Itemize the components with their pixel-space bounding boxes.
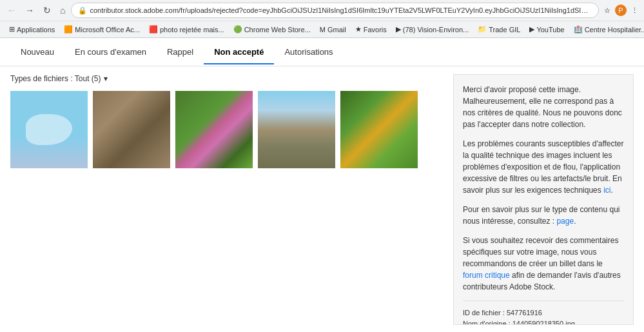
- bookmark-vision[interactable]: ▶ (78) Vision-Environ...: [392, 24, 473, 35]
- bookmark-office-label: Microsoft Office Ac...: [75, 26, 140, 34]
- youtube-icon: ▶: [529, 25, 534, 34]
- file-id-row: ID de fichier : 547761916: [463, 308, 624, 318]
- image-thumb-2[interactable]: [93, 91, 170, 168]
- tab-autorisations[interactable]: Autorisations: [274, 39, 343, 64]
- panel-quality-issues: Les problèmes courants susceptibles d'af…: [463, 138, 624, 196]
- folder-icon: 📁: [478, 25, 487, 34]
- bookmark-trade[interactable]: 📁 Trade GIL: [474, 24, 524, 35]
- image-thumb-3[interactable]: [175, 91, 253, 168]
- right-panel: Merci d'avoir proposé cette image. Malhe…: [453, 74, 634, 325]
- extension-icon[interactable]: P: [615, 5, 627, 16]
- file-id-label: ID de fichier :: [463, 309, 505, 317]
- hospital-icon: 🏥: [574, 25, 583, 34]
- image-flowers: [175, 91, 253, 168]
- filter-label: Types de fichiers : Tout (5): [10, 74, 101, 83]
- bookmark-favoris-label: Favoris: [364, 26, 387, 34]
- bookmark-applications[interactable]: ⊞ Applications: [5, 24, 59, 35]
- forward-button[interactable]: →: [22, 4, 37, 17]
- bookmark-favoris[interactable]: ★ Favoris: [351, 24, 391, 35]
- bookmark-office[interactable]: 🟧 Microsoft Office Ac...: [60, 24, 144, 35]
- tab-nouveau[interactable]: Nouveau: [10, 39, 64, 64]
- nav-bar: ← → ↻ ⌂ 🔒 contributor.stock.adobe.com/fr…: [0, 0, 644, 21]
- bookmark-youtube[interactable]: ▶ YouTube: [525, 24, 568, 35]
- bookmark-chrome-store-label: Chrome Web Store...: [244, 26, 311, 34]
- bookmark-photo[interactable]: 🟥 photo rejetée mais...: [145, 24, 228, 35]
- vision-icon: ▶: [396, 25, 401, 34]
- browser-chrome: ← → ↻ ⌂ 🔒 contributor.stock.adobe.com/fr…: [0, 0, 644, 38]
- image-rocks: [258, 91, 335, 168]
- tab-rappel[interactable]: Rappel: [157, 39, 204, 64]
- image-plants: [340, 91, 418, 168]
- bookmark-gmail-label: Gmail: [327, 26, 346, 34]
- file-name-row: Nom d'origine : 1440590218350.jpg: [463, 318, 624, 326]
- back-button[interactable]: ←: [4, 4, 19, 17]
- technical-requirements-link[interactable]: ici: [603, 186, 610, 195]
- browser-icons-group: ☆ P ⋮: [601, 5, 640, 16]
- left-content: Types de fichiers : Tout (5) ▾: [10, 74, 453, 325]
- filter-bar: Types de fichiers : Tout (5) ▾: [10, 74, 453, 83]
- panel-content-type: Pour en savoir plus sur le type de conte…: [463, 204, 624, 227]
- chrome-icon: 🟢: [233, 25, 242, 34]
- bookmark-star-icon[interactable]: ☆: [601, 5, 613, 16]
- file-id-value: 547761916: [507, 309, 542, 317]
- file-type-filter[interactable]: Types de fichiers : Tout (5) ▾: [10, 74, 108, 83]
- office-icon: 🟧: [64, 25, 73, 34]
- bookmark-chrome-store[interactable]: 🟢 Chrome Web Store...: [229, 24, 315, 35]
- gmail-icon: M: [320, 26, 326, 34]
- images-grid: [10, 91, 453, 168]
- panel-footer: ID de fichier : 547761916 Nom d'origine …: [463, 300, 624, 325]
- url-bar[interactable]: 🔒 contributor.stock.adobe.com/fr/uploads…: [71, 3, 599, 18]
- bookmark-applications-label: Applications: [17, 26, 55, 34]
- panel-forum-suggestion: Si vous souhaitez recevoir des commentai…: [463, 235, 624, 293]
- url-text: contributor.stock.adobe.com/fr/uploads/r…: [90, 6, 592, 14]
- bookmark-trade-label: Trade GIL: [489, 26, 520, 34]
- file-name-value: 1440590218350.jpg: [512, 320, 575, 326]
- forum-critique-link[interactable]: forum critique: [463, 271, 510, 280]
- bookmark-youtube-label: YouTube: [536, 26, 564, 34]
- bookmark-centre-label: Centre Hospitalier...: [585, 26, 644, 34]
- refresh-button[interactable]: ↻: [40, 4, 54, 17]
- content-page-link[interactable]: page: [556, 217, 574, 226]
- home-button[interactable]: ⌂: [57, 4, 68, 17]
- tab-nav: Nouveau En cours d'examen Rappel Non acc…: [0, 38, 644, 66]
- apps-icon: ⊞: [9, 25, 15, 34]
- image-sky: [10, 91, 88, 168]
- bookmark-gmail[interactable]: M Gmail: [316, 24, 350, 35]
- image-thumb-1[interactable]: [10, 91, 88, 168]
- image-bark: [93, 91, 170, 168]
- panel-rejection-message: Merci d'avoir proposé cette image. Malhe…: [463, 84, 624, 130]
- page-content: Nouveau En cours d'examen Rappel Non acc…: [0, 38, 644, 332]
- file-name-label: Nom d'origine :: [463, 320, 511, 326]
- bookmark-photo-label: photo rejetée mais...: [160, 26, 224, 34]
- bookmark-vision-label: (78) Vision-Environ...: [403, 26, 469, 34]
- tab-en-cours[interactable]: En cours d'examen: [64, 39, 157, 64]
- photo-icon: 🟥: [149, 25, 158, 34]
- main-area: Types de fichiers : Tout (5) ▾: [0, 66, 644, 332]
- lock-icon: 🔒: [78, 6, 87, 15]
- image-thumb-4[interactable]: [258, 91, 335, 168]
- tab-non-accepte[interactable]: Non accepté: [204, 39, 274, 64]
- chrome-menu-icon[interactable]: ⋮: [629, 5, 640, 16]
- image-thumb-5[interactable]: [340, 91, 418, 168]
- star-icon: ★: [355, 25, 362, 34]
- bookmarks-bar: ⊞ Applications 🟧 Microsoft Office Ac... …: [0, 21, 644, 37]
- bookmark-centre[interactable]: 🏥 Centre Hospitalier...: [570, 24, 644, 35]
- chevron-down-icon: ▾: [104, 74, 108, 83]
